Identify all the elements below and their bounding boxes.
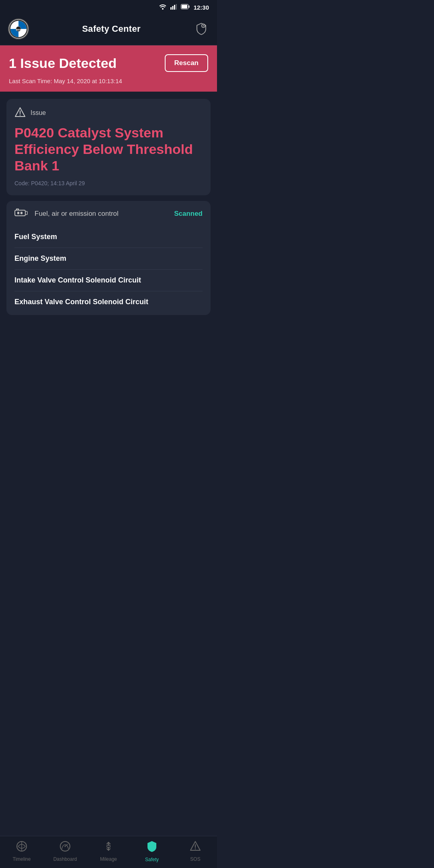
- svg-rect-1: [170, 7, 172, 10]
- svg-rect-24: [15, 210, 25, 216]
- issue-label: Issue: [31, 109, 46, 117]
- issue-banner: 1 Issue Detected Rescan Last Scan Time: …: [0, 45, 217, 92]
- fuel-icon: [14, 208, 29, 219]
- issue-meta: Code: P0420; 14:13 April 29: [14, 180, 203, 186]
- signal-icon: [170, 4, 177, 11]
- warning-icon: [14, 107, 26, 119]
- svg-rect-3: [174, 5, 175, 10]
- svg-rect-2: [172, 6, 173, 10]
- main-content: Issue P0420 Catalyst System Efficiency B…: [0, 92, 217, 322]
- svg-rect-29: [17, 212, 19, 214]
- settings-icon[interactable]: [194, 21, 209, 37]
- issue-card-header: Issue: [14, 107, 203, 119]
- svg-rect-7: [188, 6, 189, 8]
- svg-text:BMW: BMW: [16, 29, 21, 31]
- issue-card[interactable]: Issue P0420 Catalyst System Efficiency B…: [6, 99, 211, 195]
- system-item[interactable]: Engine System: [14, 248, 203, 270]
- clock: 12:30: [194, 4, 209, 11]
- issue-title: P0420 Catalyst System Efficiency Below T…: [14, 125, 203, 174]
- category-label: Fuel, air or emission control: [35, 210, 119, 218]
- status-bar: 12:30: [0, 0, 217, 14]
- scanned-badge: Scanned: [174, 210, 203, 218]
- systems-header: Fuel, air or emission control Scanned: [14, 208, 203, 219]
- svg-point-0: [162, 8, 164, 10]
- svg-rect-25: [25, 211, 27, 215]
- page-title: Safety Center: [82, 24, 141, 34]
- system-item[interactable]: Fuel System: [14, 226, 203, 248]
- wifi-icon: [159, 4, 166, 11]
- svg-rect-4: [176, 4, 177, 10]
- svg-rect-30: [20, 212, 23, 214]
- systems-card: Fuel, air or emission control Scanned Fu…: [6, 201, 211, 315]
- bmw-logo: BMW: [8, 18, 29, 39]
- svg-rect-6: [182, 5, 187, 8]
- system-item[interactable]: Intake Valve Control Solenoid Circuit: [14, 270, 203, 291]
- svg-point-23: [20, 115, 20, 115]
- system-items-list: Fuel System Engine System Intake Valve C…: [14, 226, 203, 308]
- system-item[interactable]: Exhaust Valve Control Solenoid Circuit: [14, 291, 203, 308]
- svg-point-13: [203, 25, 204, 27]
- app-header: BMW Safety Center: [0, 14, 217, 45]
- rescan-button[interactable]: Rescan: [165, 54, 208, 72]
- battery-icon: [181, 4, 190, 10]
- last-scan-time: Last Scan Time: May 14, 2020 at 10:13:14: [9, 78, 208, 84]
- issue-count: 1 Issue Detected: [9, 55, 117, 71]
